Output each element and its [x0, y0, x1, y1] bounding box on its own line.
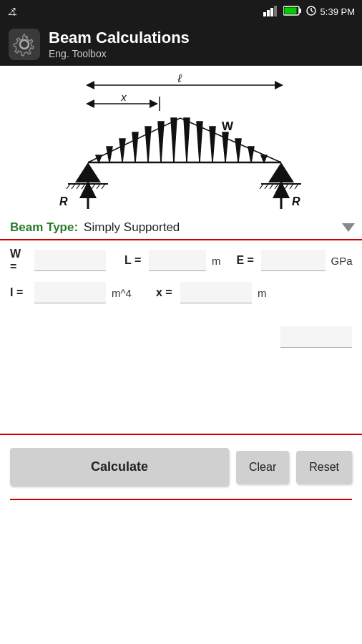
usb-icon: ⦨: [7, 6, 17, 17]
app-title-block: Beam Calculations Eng. Toolbox: [49, 29, 190, 59]
beam-type-row[interactable]: Beam Type: Simply Supported: [0, 216, 362, 239]
svg-text:R: R: [292, 195, 300, 208]
l-label: L =: [124, 254, 145, 267]
svg-rect-2: [270, 8, 273, 16]
svg-line-55: [102, 184, 105, 189]
bottom-section: Calculate Clear Reset: [0, 434, 362, 500]
svg-line-64: [290, 184, 293, 189]
svg-line-50: [77, 184, 80, 189]
i-label: I =: [10, 286, 30, 299]
svg-marker-45: [261, 155, 267, 162]
e-unit: GPa: [331, 255, 353, 267]
svg-line-9: [311, 11, 313, 12]
beam-diagram: ℓ x W: [0, 66, 362, 216]
clear-button[interactable]: Clear: [236, 451, 289, 484]
reset-button[interactable]: Reset: [296, 451, 352, 484]
svg-rect-0: [263, 12, 266, 16]
svg-marker-31: [171, 118, 177, 162]
i-input[interactable]: [34, 282, 106, 303]
x-input[interactable]: [180, 282, 252, 303]
svg-line-63: [285, 184, 288, 189]
app-subtitle: Eng. Toolbox: [49, 48, 190, 59]
bottom-red-divider: [10, 499, 352, 500]
output-field: [280, 326, 352, 348]
svg-marker-56: [268, 162, 294, 182]
l-input[interactable]: [149, 250, 206, 271]
svg-line-59: [265, 184, 268, 189]
svg-marker-21: [107, 147, 112, 162]
svg-text:W: W: [222, 119, 234, 133]
app-icon: [9, 29, 40, 60]
signal-icon: [263, 5, 279, 19]
battery-icon: [283, 6, 302, 18]
status-left: ⦨: [7, 6, 17, 17]
l-unit: m: [212, 255, 221, 267]
dropdown-triangle-icon: [342, 223, 355, 232]
app-bar: Beam Calculations Eng. Toolbox: [0, 23, 362, 66]
calculate-button[interactable]: Calculate: [10, 448, 229, 486]
svg-marker-33: [184, 118, 190, 162]
svg-rect-6: [284, 7, 296, 14]
beam-type-value: Simply Supported: [84, 220, 180, 235]
svg-line-51: [82, 184, 85, 189]
svg-rect-5: [299, 9, 301, 13]
input-section: W = L = m E = GPa I = m^4 x = m: [0, 240, 362, 319]
output-area: [0, 319, 362, 419]
svg-line-48: [67, 184, 70, 189]
app-title: Beam Calculations: [49, 29, 190, 47]
svg-text:R: R: [59, 195, 68, 208]
input-row-1: W = L = m E = GPa: [10, 248, 352, 273]
beam-svg: ℓ x W: [16, 69, 346, 213]
svg-marker-25: [132, 132, 138, 162]
svg-point-10: [20, 40, 29, 49]
svg-line-53: [92, 184, 95, 189]
svg-marker-23: [119, 139, 125, 162]
x-unit: m: [258, 287, 267, 299]
svg-marker-46: [75, 162, 101, 182]
svg-line-60: [270, 184, 273, 189]
input-row-2: I = m^4 x = m: [10, 282, 352, 303]
status-right: 5:39 PM: [263, 5, 355, 19]
clock-icon: [306, 6, 316, 18]
svg-text:ℓ: ℓ: [177, 72, 182, 84]
svg-line-49: [72, 184, 75, 189]
i-unit: m^4: [112, 287, 132, 299]
e-input[interactable]: [261, 250, 326, 271]
svg-line-54: [97, 184, 100, 189]
x-label: x =: [156, 286, 176, 299]
svg-line-61: [275, 184, 278, 189]
time-display: 5:39 PM: [321, 6, 355, 17]
svg-rect-1: [267, 10, 270, 16]
button-row: Calculate Clear Reset: [0, 435, 362, 499]
svg-text:x: x: [120, 91, 127, 103]
w-label: W =: [10, 248, 30, 273]
svg-rect-3: [274, 6, 277, 16]
svg-line-65: [295, 184, 298, 189]
svg-line-58: [260, 184, 263, 189]
status-bar: ⦨ 5:39 PM: [0, 0, 362, 23]
beam-type-label: Beam Type:: [10, 220, 78, 235]
e-label: E =: [237, 254, 257, 267]
w-input[interactable]: [34, 250, 106, 271]
